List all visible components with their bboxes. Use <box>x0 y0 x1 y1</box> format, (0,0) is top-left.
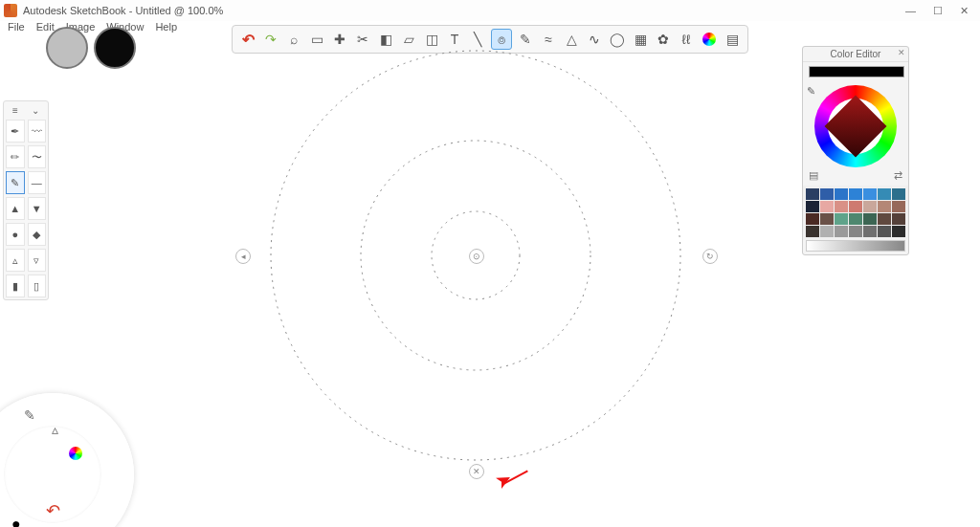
color-randomize-icon[interactable]: ⇄ <box>894 169 902 182</box>
color-chip-25[interactable] <box>863 226 877 237</box>
text-icon: T <box>451 32 459 47</box>
color-wheel-button[interactable] <box>700 30 719 49</box>
puck-secondary[interactable] <box>46 27 88 69</box>
menu-help[interactable]: Help <box>155 21 177 33</box>
minimize-button[interactable]: — <box>905 5 916 17</box>
transparency-slider[interactable] <box>806 240 905 252</box>
brush-slot-7[interactable]: ▼ <box>28 197 47 220</box>
ellipse-tool[interactable]: ◯ <box>608 30 627 49</box>
add-layer-button[interactable]: ✚ <box>330 30 349 49</box>
symmetry-left-handle[interactable]: ◂ <box>235 249 251 264</box>
predictive-stroke-tool[interactable]: ✎ <box>516 30 535 49</box>
color-chip-1[interactable] <box>820 188 834 200</box>
color-chip-24[interactable] <box>849 226 862 237</box>
color-chip-19[interactable] <box>878 213 891 225</box>
brush-collapse-icon[interactable]: ⌄ <box>32 105 39 116</box>
puck-primary[interactable] <box>94 27 136 69</box>
brush-slot-12[interactable]: ▮ <box>6 274 25 297</box>
color-chip-17[interactable] <box>849 213 862 225</box>
color-wheel[interactable] <box>814 85 897 167</box>
color-puck-row <box>46 27 136 69</box>
color-chip-6[interactable] <box>892 188 905 200</box>
ruler-tool[interactable]: ╲ <box>468 30 487 49</box>
predictive-icon: ✎ <box>520 32 531 47</box>
close-button[interactable]: ✕ <box>960 5 969 17</box>
lagoon-color-icon[interactable] <box>69 447 82 463</box>
color-chip-4[interactable] <box>863 188 877 200</box>
symmetry-tool[interactable]: ⌾ <box>491 29 512 50</box>
swatches-icon: ▤ <box>726 32 739 47</box>
color-chip-10[interactable] <box>849 201 862 212</box>
color-chip-3[interactable] <box>849 188 862 200</box>
redo-button[interactable]: ↷ <box>261 30 280 49</box>
brush-slot-0[interactable]: ✒ <box>6 120 25 143</box>
color-chip-13[interactable] <box>892 201 905 212</box>
zoom-icon: ⌕ <box>290 32 298 47</box>
color-chip-0[interactable] <box>806 188 819 200</box>
lagoon-brush-icon[interactable]: ✎ <box>24 407 35 423</box>
ellipse-icon: ◯ <box>610 32 625 47</box>
text-tool[interactable]: T <box>445 30 464 49</box>
brush-slot-4[interactable]: ✎ <box>6 171 25 194</box>
color-diamond[interactable] <box>824 95 886 157</box>
menu-file[interactable]: File <box>8 21 25 33</box>
eyedropper-icon[interactable]: ✎ <box>807 85 815 98</box>
color-chip-2[interactable] <box>835 188 848 200</box>
brush-library-button[interactable]: ℓℓ <box>677 30 696 49</box>
symmetry-close-handle[interactable]: ✕ <box>469 464 484 479</box>
color-chip-20[interactable] <box>892 213 905 225</box>
symmetry-right-handle[interactable]: ↻ <box>702 249 718 264</box>
brush-slot-10[interactable]: ▵ <box>6 249 25 272</box>
annotation-arrow-icon: ➤ <box>491 466 516 494</box>
brush-slot-8[interactable]: ● <box>6 223 25 246</box>
color-chip-26[interactable] <box>878 226 891 237</box>
lagoon-eraser-icon[interactable]: ▵ <box>52 422 58 437</box>
color-chip-9[interactable] <box>835 201 848 212</box>
color-chip-11[interactable] <box>863 201 877 212</box>
selection-tool[interactable]: ▭ <box>307 30 326 49</box>
brush-slot-6[interactable]: ▲ <box>6 197 25 220</box>
current-color-swatch[interactable] <box>809 66 904 77</box>
color-chip-7[interactable] <box>806 201 819 212</box>
french-curve-tool[interactable]: ∿ <box>585 30 604 49</box>
lagoon-dot-icon[interactable]: ● <box>11 516 21 527</box>
color-chip-8[interactable] <box>820 201 834 212</box>
color-chip-14[interactable] <box>806 213 819 225</box>
color-editor-controls: ▤ ⇄ <box>803 169 908 186</box>
symmetry-center-handle[interactable]: ⊙ <box>469 249 484 264</box>
color-chip-23[interactable] <box>835 226 848 237</box>
brush-slot-9[interactable]: ◆ <box>28 223 47 246</box>
color-chip-5[interactable] <box>878 188 891 200</box>
undo-button[interactable]: ↶ <box>238 30 257 49</box>
color-chip-18[interactable] <box>863 213 877 225</box>
brush-slot-3[interactable]: 〜 <box>28 145 47 168</box>
lagoon-menu[interactable]: ✎ ▵ ↶ ● <box>0 393 134 527</box>
brush-slot-2[interactable]: ✏ <box>6 145 25 168</box>
swatches-button[interactable]: ▤ <box>723 30 742 49</box>
shapes-tool[interactable]: △ <box>562 30 581 49</box>
fill-tool[interactable]: ▦ <box>631 30 650 49</box>
maximize-button[interactable]: ☐ <box>933 5 943 17</box>
color-chip-22[interactable] <box>820 226 834 237</box>
color-editor-panel[interactable]: Color Editor ✕ ✎ ▤ ⇄ <box>802 46 909 255</box>
color-chip-21[interactable] <box>806 226 819 237</box>
lagoon-undo-icon[interactable]: ↶ <box>46 500 60 521</box>
brush-slot-5[interactable]: — <box>28 171 47 194</box>
color-chip-27[interactable] <box>892 226 905 237</box>
color-editor-close-icon[interactable]: ✕ <box>898 48 905 57</box>
transform-tool[interactable]: ◧ <box>376 30 395 49</box>
brush-slot-1[interactable]: 〰 <box>28 120 47 143</box>
steady-stroke-tool[interactable]: ≈ <box>539 30 558 49</box>
brush-slot-11[interactable]: ▿ <box>28 249 47 272</box>
distort-tool[interactable]: ◫ <box>422 30 441 49</box>
color-library-icon[interactable]: ▤ <box>809 169 818 182</box>
zoom-tool[interactable]: ⌕ <box>284 30 303 49</box>
brush-menu-icon[interactable]: ≡ <box>12 105 18 116</box>
stamp-tool[interactable]: ✿ <box>654 30 673 49</box>
color-chip-15[interactable] <box>820 213 834 225</box>
brush-slot-13[interactable]: ▯ <box>28 274 47 297</box>
perspective-tool[interactable]: ▱ <box>399 30 418 49</box>
color-chip-16[interactable] <box>835 213 848 225</box>
color-chip-12[interactable] <box>878 201 891 212</box>
crop-tool[interactable]: ✂ <box>353 30 372 49</box>
